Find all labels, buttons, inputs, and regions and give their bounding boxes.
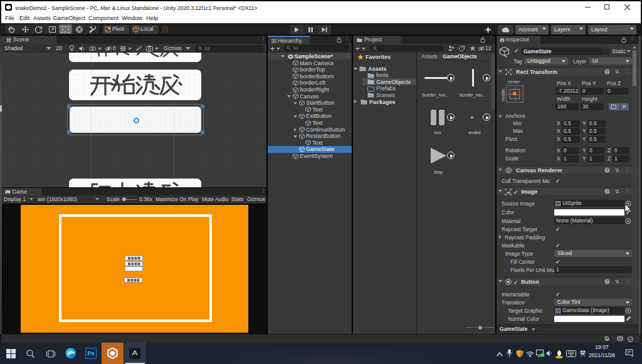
svg-text:?: ? (606, 189, 609, 194)
svg-text:?: ? (606, 168, 609, 172)
svg-text:?: ? (606, 70, 609, 74)
svg-text:?: ? (606, 279, 609, 284)
